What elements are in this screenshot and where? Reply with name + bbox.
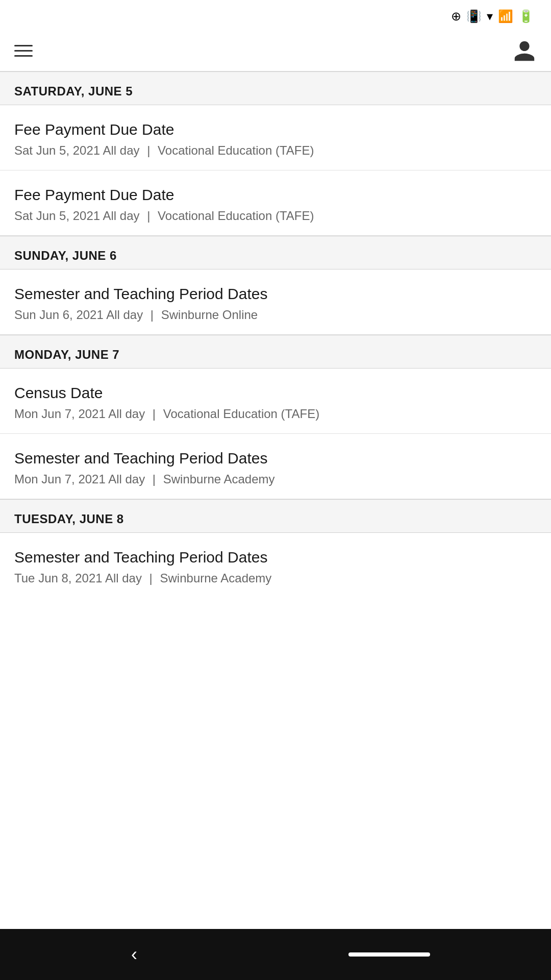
status-icons: ⊕ 📳 ▾ 📶 🔋 [451,9,539,23]
day-label-1: SUNDAY, JUNE 6 [14,249,117,262]
wifi-icon: ▾ [487,9,493,23]
event-calendar: Vocational Education (TAFE) [158,143,314,157]
app-header [0,31,551,71]
event-separator: | [149,472,159,486]
profile-icon [512,39,537,63]
status-bar: ⊕ 📳 ▾ 📶 🔋 [0,0,551,31]
event-item-2-0[interactable]: Census DateMon Jun 7, 2021 All day | Voc… [0,369,551,434]
event-details-3-0: Tue Jun 8, 2021 All day | Swinburne Acad… [14,571,537,585]
hamburger-line-2 [14,50,33,52]
event-separator: | [144,143,154,157]
event-item-0-1[interactable]: Fee Payment Due DateSat Jun 5, 2021 All … [0,170,551,236]
event-date: Tue Jun 8, 2021 All day [14,571,142,585]
bottom-nav: ‹ [0,929,551,980]
event-list: SATURDAY, JUNE 5Fee Payment Due DateSat … [0,71,551,909]
event-details-1-0: Sun Jun 6, 2021 All day | Swinburne Onli… [14,308,537,322]
event-date: Sat Jun 5, 2021 All day [14,143,140,157]
event-date: Sat Jun 5, 2021 All day [14,209,140,223]
event-separator: | [149,407,159,421]
event-date: Sun Jun 6, 2021 All day [14,308,143,322]
day-label-3: TUESDAY, JUNE 8 [14,512,124,526]
day-header-2: MONDAY, JUNE 7 [0,335,551,369]
event-item-2-1[interactable]: Semester and Teaching Period DatesMon Ju… [0,434,551,499]
event-details-2-1: Mon Jun 7, 2021 All day | Swinburne Acad… [14,472,537,486]
event-details-0-1: Sat Jun 5, 2021 All day | Vocational Edu… [14,209,537,223]
event-item-0-0[interactable]: Fee Payment Due DateSat Jun 5, 2021 All … [0,105,551,170]
battery-icon: 🔋 [518,9,534,23]
day-header-3: TUESDAY, JUNE 8 [0,499,551,533]
bottom-spacer [0,909,551,929]
menu-button[interactable] [14,45,33,57]
hamburger-line-3 [14,55,33,57]
event-title-3-0: Semester and Teaching Period Dates [14,547,537,567]
event-calendar: Swinburne Academy [160,571,272,585]
signal-icon: 📶 [498,9,513,23]
event-calendar: Vocational Education (TAFE) [163,407,319,421]
event-separator: | [144,209,154,223]
vibrate-icon: 📳 [466,9,482,23]
event-calendar: Swinburne Online [161,308,258,322]
back-button[interactable]: ‹ [121,939,147,970]
profile-button[interactable] [512,39,537,63]
event-date: Mon Jun 7, 2021 All day [14,472,145,486]
event-title-0-0: Fee Payment Due Date [14,119,537,139]
hamburger-line-1 [14,45,33,46]
sync-icon: ⊕ [451,9,461,23]
day-label-0: SATURDAY, JUNE 5 [14,84,133,98]
event-item-1-0[interactable]: Semester and Teaching Period DatesSun Ju… [0,270,551,335]
event-separator: | [146,571,156,585]
event-details-0-0: Sat Jun 5, 2021 All day | Vocational Edu… [14,143,537,158]
event-separator: | [147,308,157,322]
event-calendar: Vocational Education (TAFE) [158,209,314,223]
header-left [14,45,49,57]
day-header-0: SATURDAY, JUNE 5 [0,71,551,105]
day-label-2: MONDAY, JUNE 7 [14,348,119,361]
event-date: Mon Jun 7, 2021 All day [14,407,145,421]
event-details-2-0: Mon Jun 7, 2021 All day | Vocational Edu… [14,407,537,421]
event-item-3-0[interactable]: Semester and Teaching Period DatesTue Ju… [0,533,551,598]
event-title-1-0: Semester and Teaching Period Dates [14,284,537,304]
event-title-0-1: Fee Payment Due Date [14,185,537,205]
event-calendar: Swinburne Academy [163,472,275,486]
day-header-1: SUNDAY, JUNE 6 [0,236,551,270]
event-title-2-0: Census Date [14,383,537,403]
home-indicator[interactable] [348,952,430,957]
event-title-2-1: Semester and Teaching Period Dates [14,448,537,468]
